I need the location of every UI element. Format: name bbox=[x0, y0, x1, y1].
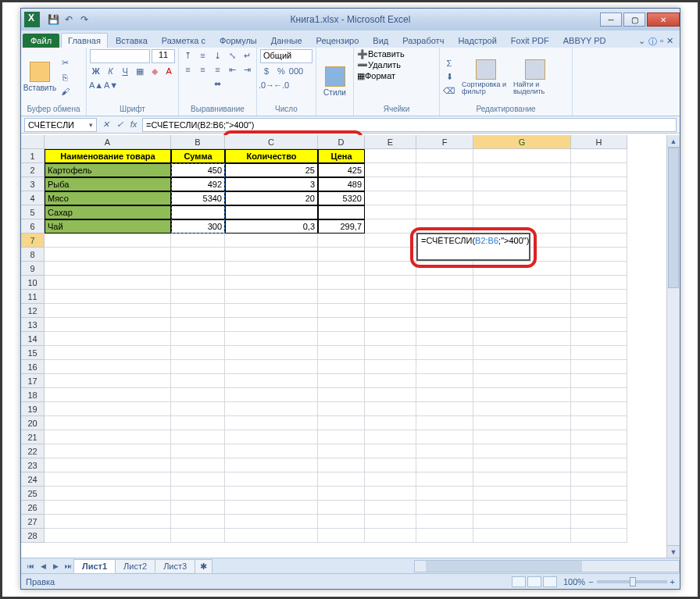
cell[interactable] bbox=[571, 472, 627, 487]
align-right-icon[interactable]: ≡ bbox=[212, 63, 224, 76]
help-icon[interactable]: ⓘ bbox=[648, 36, 657, 48]
cell[interactable] bbox=[45, 360, 171, 374]
cell[interactable] bbox=[473, 262, 571, 276]
cell[interactable] bbox=[45, 304, 171, 318]
cell[interactable] bbox=[318, 487, 365, 501]
col-header-F[interactable]: F bbox=[416, 135, 473, 149]
cell[interactable]: 0,3 bbox=[225, 219, 318, 234]
cell[interactable] bbox=[318, 290, 365, 304]
row-header[interactable]: 27 bbox=[21, 515, 45, 529]
cell[interactable] bbox=[318, 248, 365, 262]
cell[interactable] bbox=[365, 318, 416, 332]
cell[interactable] bbox=[473, 430, 571, 444]
cell[interactable] bbox=[318, 304, 365, 318]
number-format-combo[interactable]: Общий bbox=[260, 49, 312, 63]
copy-icon[interactable]: ⎘ bbox=[59, 71, 71, 84]
cell[interactable]: 20 bbox=[225, 191, 318, 205]
cell[interactable] bbox=[365, 374, 416, 388]
cell[interactable] bbox=[171, 472, 225, 487]
cell[interactable] bbox=[571, 374, 627, 388]
cell[interactable] bbox=[318, 205, 365, 219]
tab-home[interactable]: Главная bbox=[61, 33, 108, 48]
cell[interactable] bbox=[473, 402, 571, 416]
cell[interactable] bbox=[171, 304, 225, 318]
row-header[interactable]: 26 bbox=[21, 501, 45, 515]
fill-color-icon[interactable]: ◆ bbox=[148, 65, 161, 77]
cell[interactable] bbox=[45, 388, 171, 402]
cell[interactable] bbox=[571, 388, 627, 402]
cell[interactable] bbox=[365, 388, 416, 402]
cell[interactable] bbox=[171, 501, 225, 515]
cell[interactable] bbox=[416, 402, 473, 416]
cell[interactable] bbox=[225, 529, 318, 543]
cell[interactable] bbox=[171, 234, 225, 248]
decrease-font-icon[interactable]: A▼ bbox=[105, 79, 117, 91]
cell[interactable] bbox=[225, 374, 318, 388]
row-header[interactable]: 11 bbox=[21, 290, 45, 304]
cell[interactable] bbox=[416, 529, 473, 543]
cell[interactable] bbox=[318, 501, 365, 515]
cell[interactable] bbox=[45, 458, 171, 472]
align-top-icon[interactable]: ⤒ bbox=[182, 49, 195, 62]
cell[interactable] bbox=[473, 529, 571, 543]
align-middle-icon[interactable]: ≡ bbox=[197, 49, 209, 62]
cell[interactable] bbox=[571, 248, 627, 262]
window-close-icon[interactable]: ✕ bbox=[666, 36, 673, 48]
cell[interactable] bbox=[171, 290, 225, 304]
cell[interactable] bbox=[473, 219, 571, 234]
tab-file[interactable]: Файл bbox=[23, 34, 59, 48]
cell[interactable] bbox=[45, 346, 171, 360]
cell[interactable] bbox=[45, 501, 171, 515]
cell[interactable] bbox=[365, 177, 416, 191]
cell[interactable] bbox=[318, 388, 365, 402]
row-header[interactable]: 21 bbox=[21, 430, 45, 444]
cell[interactable] bbox=[171, 402, 225, 416]
cell[interactable] bbox=[45, 262, 171, 276]
indent-inc-icon[interactable]: ⇥ bbox=[241, 63, 254, 76]
cell[interactable]: 450 bbox=[171, 163, 225, 177]
cell[interactable] bbox=[473, 360, 571, 374]
comma-icon[interactable]: 000 bbox=[290, 65, 302, 77]
cell[interactable] bbox=[318, 262, 365, 276]
cell[interactable] bbox=[416, 163, 473, 177]
cell[interactable] bbox=[225, 501, 318, 515]
styles-button[interactable]: Стили bbox=[320, 66, 350, 97]
cell[interactable] bbox=[225, 318, 318, 332]
cell[interactable] bbox=[365, 430, 416, 444]
cell[interactable]: Мясо bbox=[45, 191, 171, 205]
cell[interactable] bbox=[473, 304, 571, 318]
sort-filter-button[interactable]: Сортировка и фильтр bbox=[462, 59, 510, 95]
row-header[interactable]: 3 bbox=[21, 177, 45, 191]
cell[interactable] bbox=[416, 487, 473, 501]
cell[interactable] bbox=[171, 318, 225, 332]
cell[interactable] bbox=[571, 444, 627, 458]
fx-icon[interactable]: fx bbox=[128, 119, 139, 130]
cell[interactable] bbox=[225, 276, 318, 290]
cell[interactable] bbox=[365, 529, 416, 543]
cell[interactable] bbox=[571, 276, 627, 290]
cell[interactable] bbox=[318, 332, 365, 346]
bold-button[interactable]: Ж bbox=[90, 65, 102, 77]
tab-nav-last-icon[interactable]: ⏭ bbox=[62, 562, 74, 570]
cell[interactable] bbox=[473, 177, 571, 191]
align-bottom-icon[interactable]: ⤓ bbox=[212, 49, 224, 62]
fill-icon[interactable]: ⬇ bbox=[443, 71, 455, 84]
cell[interactable] bbox=[365, 487, 416, 501]
cell[interactable] bbox=[416, 458, 473, 472]
cell[interactable] bbox=[45, 444, 171, 458]
tab-data[interactable]: Данные bbox=[265, 34, 309, 48]
cell[interactable] bbox=[225, 360, 318, 374]
wrap-text-icon[interactable]: ↵ bbox=[241, 49, 254, 62]
cell[interactable] bbox=[171, 332, 225, 346]
view-normal-button[interactable] bbox=[512, 576, 526, 587]
worksheet[interactable]: A B C D E F G H 1Наименование товараСумм… bbox=[21, 135, 680, 558]
cell[interactable] bbox=[225, 515, 318, 529]
cell[interactable] bbox=[45, 430, 171, 444]
tab-developer[interactable]: Разработч bbox=[396, 34, 450, 48]
sheet-tab-1[interactable]: Лист1 bbox=[73, 559, 116, 573]
cell[interactable] bbox=[571, 430, 627, 444]
cell[interactable] bbox=[473, 458, 571, 472]
cell[interactable] bbox=[571, 529, 627, 543]
scroll-thumb[interactable] bbox=[668, 148, 679, 288]
cell[interactable] bbox=[416, 332, 473, 346]
